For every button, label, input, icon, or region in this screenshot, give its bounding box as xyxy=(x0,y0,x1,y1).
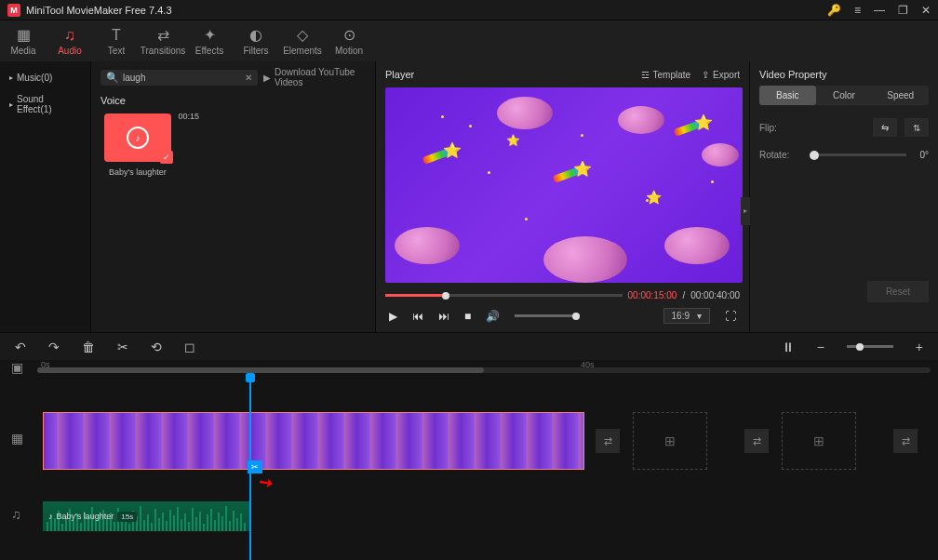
transition-slot[interactable]: ⇄ xyxy=(596,429,620,453)
key-icon[interactable]: 🔑 xyxy=(827,4,841,17)
expand-props-handle[interactable]: ▸ xyxy=(741,197,750,225)
tab-filters[interactable]: ◐Filters xyxy=(233,20,279,61)
audio-clip-name: Baby's laughter xyxy=(57,512,114,521)
delete-button[interactable]: 🗑 xyxy=(82,340,95,354)
transitions-icon: ⇄ xyxy=(157,26,169,44)
volume-slider[interactable] xyxy=(515,314,580,317)
progress-bar[interactable] xyxy=(385,294,623,297)
aspect-ratio-select[interactable]: 16:9▾ xyxy=(663,308,710,324)
media-icon: ▦ xyxy=(17,26,31,44)
audio-clip-duration: 15s xyxy=(117,512,137,522)
tab-text[interactable]: TText xyxy=(93,20,140,61)
flip-horizontal-button[interactable]: ⇆ xyxy=(873,118,897,137)
transition-slot[interactable]: ⇄ xyxy=(744,429,769,453)
time-separator: / xyxy=(682,290,685,300)
menu-icon[interactable]: ≡ xyxy=(854,4,861,17)
search-box[interactable]: 🔍 ✕ xyxy=(100,70,258,86)
effects-icon: ✦ xyxy=(204,26,216,44)
tab-media[interactable]: ▦Media xyxy=(0,20,47,61)
motion-icon: ⊙ xyxy=(343,26,355,44)
rotate-slider[interactable] xyxy=(810,153,906,156)
tab-effects[interactable]: ✦Effects xyxy=(186,20,233,61)
collapse-icon[interactable]: ▣ xyxy=(11,360,23,375)
zoom-in-button[interactable]: + xyxy=(916,340,923,354)
redo-button[interactable]: ↷ xyxy=(48,340,60,354)
library-sidebar: Music(0) Sound Effect(1) xyxy=(0,61,91,332)
time-total: 00:00:40:00 xyxy=(690,290,740,300)
voice-duration: 00:15 xyxy=(178,112,199,121)
video-track-icon: ▦ xyxy=(11,431,23,446)
time-current: 00:00:15:00 xyxy=(628,290,677,300)
undo-button[interactable]: ↶ xyxy=(15,340,26,354)
props-title: Video Property xyxy=(759,69,929,80)
note-icon: ♪ xyxy=(48,512,53,521)
filters-icon: ◐ xyxy=(249,26,262,44)
flip-vertical-button[interactable]: ⇅ xyxy=(904,118,929,137)
timeline[interactable]: ▣ 0s 40s ▦ ✂ ➘ ⇄ ⊞ ⇄ ⊞ ⇄ ♫ ♪ Baby's laug… xyxy=(0,360,938,560)
drop-slot[interactable]: ⊞ xyxy=(782,412,856,470)
tab-color[interactable]: Color xyxy=(816,86,873,105)
rotate-value: 0° xyxy=(919,150,929,160)
sidebar-sound-effect[interactable]: Sound Effect(1) xyxy=(0,88,90,120)
mute-icon[interactable]: ⏸ xyxy=(782,340,795,354)
text-icon: T xyxy=(112,27,121,44)
note-icon: ♪ xyxy=(127,127,149,149)
voice-section-title: Voice xyxy=(100,95,366,106)
volume-icon[interactable]: 🔊 xyxy=(486,310,500,323)
play-button[interactable]: ▶ xyxy=(389,310,397,323)
tab-audio[interactable]: ♫Audio xyxy=(47,20,93,61)
search-input[interactable] xyxy=(123,73,241,83)
minimize-button[interactable]: — xyxy=(874,4,885,17)
download-youtube-link[interactable]: ▶Download YouTube Videos xyxy=(263,67,366,87)
tab-motion[interactable]: ⊙Motion xyxy=(326,20,372,61)
prev-frame-button[interactable]: ⏮ xyxy=(412,310,423,323)
timeline-scrollbar[interactable] xyxy=(37,367,931,373)
speed-button[interactable]: ⟲ xyxy=(151,340,162,354)
template-button[interactable]: ☲Template xyxy=(641,70,691,80)
export-button[interactable]: ⇪Export xyxy=(702,70,740,80)
fullscreen-button[interactable]: ⛶ xyxy=(725,310,736,323)
search-clear-icon[interactable]: ✕ xyxy=(245,73,252,83)
top-toolbar: ▦Media ♫Audio TText ⇄Transitions ✦Effect… xyxy=(0,20,938,61)
next-frame-button[interactable]: ⏭ xyxy=(438,310,449,323)
transition-slot[interactable]: ⇄ xyxy=(893,429,918,453)
tab-speed[interactable]: Speed xyxy=(872,86,929,105)
maximize-button[interactable]: ❐ xyxy=(898,4,908,17)
app-logo: M xyxy=(7,4,20,17)
library-panel: Music(0) Sound Effect(1) 🔍 ✕ ▶Download Y… xyxy=(0,61,375,332)
tab-transitions[interactable]: ⇄Transitions xyxy=(140,20,186,61)
youtube-icon: ▶ xyxy=(263,73,271,83)
flip-label: Flip: xyxy=(759,123,797,133)
close-button[interactable]: ✕ xyxy=(921,4,931,17)
player-title: Player xyxy=(385,69,630,80)
voice-thumbnail[interactable]: ♪ ✓ xyxy=(104,113,171,162)
title-bar: M MiniTool MovieMaker Free 7.4.3 🔑 ≡ — ❐… xyxy=(0,0,938,20)
rotate-label: Rotate: xyxy=(759,150,797,160)
tab-basic[interactable]: Basic xyxy=(759,86,816,105)
app-title: MiniTool MovieMaker Free 7.4.3 xyxy=(26,5,827,16)
zoom-out-button[interactable]: − xyxy=(817,340,824,354)
reset-button[interactable]: Reset xyxy=(867,281,929,302)
voice-name: Baby's laughter xyxy=(109,167,167,177)
chevron-down-icon: ▾ xyxy=(697,311,702,321)
export-icon: ⇪ xyxy=(702,70,709,80)
split-button[interactable]: ✂ xyxy=(117,340,128,354)
search-icon: 🔍 xyxy=(106,72,119,84)
crop-button[interactable]: ◻ xyxy=(184,340,195,354)
stop-button[interactable]: ■ xyxy=(464,310,471,323)
video-clip[interactable] xyxy=(43,412,584,470)
audio-icon: ♫ xyxy=(64,27,75,44)
voice-item[interactable]: 00:15 ♪ ✓ Baby's laughter xyxy=(100,113,175,177)
video-preview[interactable]: ⭐ ⭐ ⭐ ⭐ ⭐ xyxy=(385,87,743,283)
timeline-toolbar: ↶ ↷ 🗑 ✂ ⟲ ◻ ⏸ − + xyxy=(0,332,938,360)
template-icon: ☲ xyxy=(641,70,650,80)
split-marker[interactable]: ✂ xyxy=(248,460,262,473)
sidebar-music[interactable]: Music(0) xyxy=(0,67,90,88)
check-icon: ✓ xyxy=(160,151,173,164)
drop-slot[interactable]: ⊞ xyxy=(633,412,707,470)
zoom-slider[interactable] xyxy=(847,345,893,348)
audio-clip[interactable]: ♪ Baby's laughter 15s xyxy=(43,501,249,531)
annotation-arrow: ➘ xyxy=(254,471,277,496)
tab-elements[interactable]: ◇Elements xyxy=(279,20,326,61)
video-property-panel: Video Property Basic Color Speed Flip: ⇆… xyxy=(750,61,938,332)
